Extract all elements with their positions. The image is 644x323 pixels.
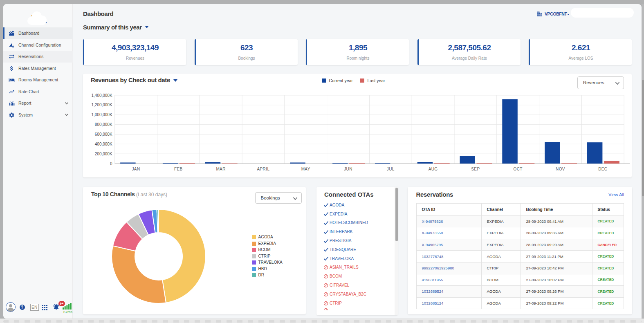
svg-text:JAN: JAN [132,167,140,171]
svg-text:200,000K: 200,000K [95,152,112,156]
svg-text:OCT: OCT [514,167,523,171]
svg-text:1,200,000K: 1,200,000K [91,103,112,107]
svg-text:600,000K: 600,000K [95,132,112,137]
svg-text:JUN: JUN [344,167,352,171]
svg-text:MAR: MAR [216,167,225,171]
svg-text:AUG: AUG [429,167,438,171]
svg-text:DEC: DEC [598,167,607,171]
svg-text:800,000K: 800,000K [95,122,112,127]
svg-text:1,000,000K: 1,000,000K [91,112,112,117]
svg-text:FEB: FEB [174,167,183,171]
svg-text:400,000K: 400,000K [95,142,112,146]
svg-text:NOV: NOV [556,167,565,171]
svg-text:APRIL: APRIL [257,167,269,171]
svg-text:SEP: SEP [471,167,480,171]
svg-text:0: 0 [110,162,112,166]
svg-text:1,400,000K: 1,400,000K [91,93,112,98]
svg-text:JUL: JUL [387,167,395,171]
svg-text:MAY: MAY [301,167,310,171]
